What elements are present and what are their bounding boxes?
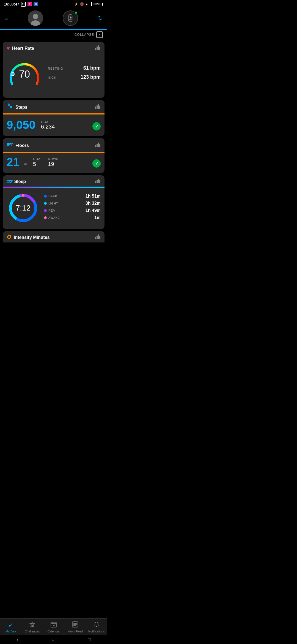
high-label: HIGH [48,76,57,79]
svg-point-14 [8,103,10,106]
avatar-image [28,10,43,26]
status-bar: 16:00:47 31 # W ⚡ 📵 ▲ ▐ 63% ▮ [0,0,107,8]
svg-rect-12 [99,47,100,50]
heart-rate-header: ♥ Heart Rate [3,42,105,54]
steps-goal-col: GOAL 6,234 [41,120,87,130]
collapse-button[interactable]: ∧ [96,31,103,38]
steps-card: Steps 9,050 GOAL 6,234 ✓ [3,100,105,136]
sleep-card: ZZZ Sleep [3,175,105,229]
sleep-light-value: 3h 32m [86,201,101,206]
sleep-deep-row: DEEP 1h 51m [44,194,101,199]
resting-value: 61 bpm [83,65,101,71]
svg-rect-38 [97,236,98,239]
sleep-deep-label: DEEP [48,195,57,198]
sleep-light-left: LIGHT [44,202,58,205]
high-value: 123 bpm [81,74,101,80]
intensity-chart-icon[interactable] [95,234,101,240]
collapse-label: COLLAPSE [75,33,94,37]
steps-goal-value: 6,234 [41,124,87,130]
sleep-value: 7:12 [16,204,31,212]
heart-rate-card: ♥ Heart Rate [3,42,105,98]
svg-point-13 [11,72,14,76]
svg-rect-19 [99,106,100,109]
sleep-stats: DEEP 1h 51m LIGHT 3h 32m REM [44,194,101,222]
sleep-deep-value: 1h 51m [86,194,101,199]
heart-chart-icon[interactable] [95,45,101,51]
floors-up-label: UP [24,162,29,165]
heart-rate-body: 70 RESTING 61 bpm HIGH 123 bpm [3,54,105,98]
svg-rect-31 [99,180,100,183]
floors-check-badge: ✓ [92,159,101,168]
svg-rect-16 [95,107,96,109]
sleep-awake-dot [44,216,47,219]
sleep-awake-left: AWAKE [44,216,60,219]
steps-title: Steps [7,103,28,111]
wifi-icon: ▲ [85,2,89,6]
sleep-awake-value: 1m [94,215,101,220]
sleep-icon: ZZZ [7,179,12,184]
sleep-label: Sleep [14,179,26,184]
svg-rect-26 [98,143,99,147]
floors-down-value: 19 [48,161,59,167]
sleep-body: 7:12 DEEP 1h 51m LIGHT 3h 32m [3,188,105,229]
svg-point-1 [33,14,38,19]
floors-stats: GOAL 5 DOWN 19 [33,157,88,167]
floors-label: Floors [15,143,29,148]
avatar-container[interactable] [28,10,43,26]
floors-chart-icon[interactable] [95,143,101,148]
sleep-header: ZZZ Sleep [3,175,105,187]
refresh-button[interactable]: ↻ [98,15,103,22]
floors-icon [7,141,13,149]
battery-value: 63% [94,2,100,6]
svg-rect-29 [97,180,98,183]
high-row: HIGH 123 bpm [48,74,101,80]
top-nav: ≡ ↻ [0,8,107,30]
svg-rect-24 [95,145,96,147]
floors-header: Floors [3,138,105,152]
svg-line-8 [70,18,71,18]
sleep-awake-row: AWAKE 1m [44,215,101,220]
hamburger-button[interactable]: ≡ [4,15,8,22]
steps-chart-icon[interactable] [95,104,101,110]
signal-icon: ▐ [90,2,92,6]
status-time: 16:00:47 [4,2,19,6]
sleep-chart-icon[interactable] [95,179,101,184]
svg-rect-18 [98,104,99,109]
svg-rect-4 [69,14,72,15]
intensity-icon: ⏱ [7,234,12,240]
svg-rect-21 [7,144,10,145]
sleep-awake-label: AWAKE [48,216,60,219]
heart-rate-gauge: 70 [7,56,42,92]
intensity-title: ⏱ Intensity Minutes [7,234,50,240]
sleep-title: ZZZ Sleep [7,179,26,184]
steps-check-badge: ✓ [92,122,101,130]
svg-rect-22 [7,143,12,144]
svg-rect-17 [97,105,98,109]
sleep-deep-left: DEEP [44,195,57,198]
calendar-icon: 31 [21,2,26,7]
heart-rate-stats: RESTING 61 bpm HIGH 123 bpm [48,65,101,83]
steps-body: 9,050 GOAL 6,234 ✓ [3,114,105,136]
floors-down-col: DOWN 19 [48,157,59,167]
heart-icon: ♥ [7,45,10,51]
svg-rect-27 [99,144,100,147]
heart-rate-title: ♥ Heart Rate [7,45,34,51]
steps-value: 9,050 [7,118,35,132]
status-left: 16:00:47 31 # W [4,2,38,7]
slack-icon: # [28,2,32,6]
resting-row: RESTING 61 bpm [48,65,101,71]
device-container[interactable] [63,10,78,26]
floors-down-label: DOWN [48,157,59,160]
sleep-rem-label: REM [48,209,56,212]
user-avatar[interactable] [28,10,43,26]
word-icon: W [34,2,38,6]
sleep-rem-left: REM [44,209,56,212]
sleep-light-label: LIGHT [48,202,58,205]
svg-rect-30 [98,179,99,183]
sleep-rem-row: REM 1h 49m [44,208,101,213]
svg-rect-28 [95,181,96,183]
svg-point-36 [22,194,24,197]
svg-rect-37 [95,237,96,239]
steps-header: Steps [3,100,105,113]
bluetooth-icon: ⚡ [74,2,78,6]
